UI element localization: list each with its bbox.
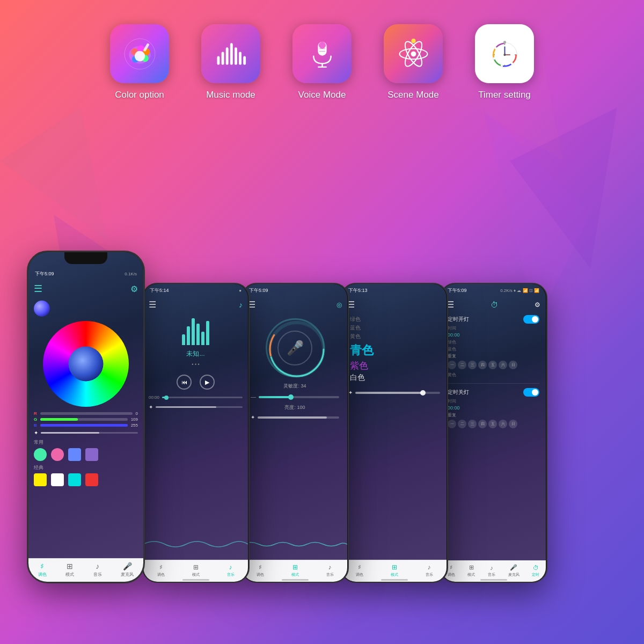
color-option-wrapper[interactable]: Color option (110, 24, 169, 100)
preset-color-1[interactable] (34, 448, 47, 461)
scene-color-blue[interactable]: 蓝色 (350, 324, 438, 332)
nav-color-4[interactable]: ♯ 调色 (356, 564, 363, 577)
timer-setting-icon[interactable] (475, 24, 534, 83)
phone-5-timer-icon[interactable]: ⏱ (491, 301, 498, 309)
timer-on-toggle[interactable] (523, 315, 539, 324)
classic-color-3[interactable] (68, 473, 81, 486)
nav-color-label-2: 调色 (157, 572, 165, 577)
timer-setting-wrapper[interactable]: Timer setting (475, 24, 534, 100)
weekday-1[interactable]: 一 (448, 361, 456, 369)
timer-off-toggle[interactable] (523, 388, 539, 397)
classic-color-1[interactable] (34, 473, 47, 486)
nav-color-5[interactable]: ♯ 调色 (448, 564, 455, 577)
phone-voice-mode: 下午5:09 ☰ ◎ 🎤 (241, 283, 349, 583)
svg-point-45 (503, 54, 506, 56)
nav-mode-1[interactable]: ⊞ 模式 (65, 562, 74, 577)
scene-color-green[interactable]: 绿色 (350, 316, 438, 323)
color-wheel[interactable] (43, 321, 129, 407)
nav-color-2[interactable]: ♯ 调色 (157, 564, 165, 577)
time-section-label: 时间 (448, 325, 539, 331)
nav-mode-3[interactable]: ⊞ 模式 (291, 564, 299, 577)
svg-rect-46 (503, 41, 506, 43)
weekday-off-6[interactable]: 六 (499, 420, 507, 428)
nav-timer-5[interactable]: ⏱ 定时 (532, 565, 539, 577)
brightness-slider-3[interactable] (258, 416, 339, 419)
weekday-7[interactable]: 日 (509, 361, 517, 369)
weekday-off-1[interactable]: 一 (448, 420, 456, 428)
voice-mode-wrapper[interactable]: Voice Mode (292, 24, 352, 100)
scene-mode-icon[interactable] (384, 24, 443, 83)
scene-color-purple[interactable]: 紫色 (350, 360, 438, 372)
weekday-off-4[interactable]: 四 (478, 420, 487, 428)
nav-mode-label-3: 模式 (291, 572, 299, 577)
music-mode-icon[interactable] (201, 24, 260, 83)
weekday-2[interactable]: 二 (458, 361, 466, 369)
scene-color-cyan[interactable]: 青色 (350, 342, 438, 358)
nav-music-label-2: 音乐 (227, 572, 235, 577)
preset-color-2[interactable] (51, 448, 64, 461)
nav-music-4[interactable]: ♪ 音乐 (426, 564, 433, 577)
repeat-label-off: 重复 (448, 412, 539, 418)
weekday-off-7[interactable]: 日 (509, 420, 517, 428)
play-button[interactable]: ▶ (200, 375, 215, 390)
classic-color-4[interactable] (85, 473, 98, 486)
phone-3-status-bar: 下午5:09 (243, 284, 347, 296)
phone-3-header: ☰ ◎ (243, 296, 347, 313)
phone-3-mode-icon[interactable]: ◎ (336, 301, 342, 309)
nav-mode-2[interactable]: ⊞ 模式 (192, 564, 200, 577)
voice-mode-icon[interactable] (292, 24, 352, 83)
brightness-slider-1[interactable] (41, 432, 138, 434)
b-slider[interactable] (40, 424, 128, 427)
preset-color-3[interactable] (68, 448, 81, 461)
progress-bar[interactable] (162, 397, 243, 398)
brightness-slider-2[interactable] (156, 406, 243, 408)
presets-classic-label: 经典 (34, 464, 138, 471)
phone-3-bottom-nav: ♯ 调色 ⊞ 模式 ♪ 音乐 (243, 560, 347, 582)
nav-mic-1[interactable]: 🎤 麦克风 (121, 562, 134, 577)
timer-on-section: 定时开灯 时间 00:00 绿色 蓝色 重复 一 二 三 四 (441, 313, 546, 381)
waveform-display (143, 536, 248, 552)
weekday-off-3[interactable]: 三 (468, 420, 477, 428)
r-slider[interactable] (40, 412, 133, 415)
weekday-6[interactable]: 六 (499, 361, 507, 369)
phone-2-menu-icon[interactable]: ☰ (149, 299, 156, 310)
phone-5-settings-icon[interactable]: ⚙ (535, 301, 540, 309)
color-option-icon[interactable] (110, 24, 169, 83)
phone-1-sliders-icon[interactable]: ⚙ (130, 284, 138, 294)
scene-color-white[interactable]: 白色 (350, 373, 438, 383)
svg-rect-15 (217, 56, 219, 64)
weekday-3[interactable]: 三 (468, 361, 477, 369)
nav-music-3[interactable]: ♪ 音乐 (326, 564, 334, 577)
classic-color-2[interactable] (51, 473, 64, 486)
prev-button[interactable]: ⏮ (177, 375, 192, 390)
scene-colors-list: 绿色 蓝色 黄色 青色 紫色 白色 (342, 313, 447, 390)
timer-off-time: 00:00 (448, 405, 539, 411)
sensitivity-slider[interactable] (259, 396, 339, 398)
nav-mode-5[interactable]: ⊞ 模式 (467, 564, 475, 577)
nav-mic-5[interactable]: 🎤 麦克风 (508, 564, 519, 577)
nav-color-3[interactable]: ♯ 调色 (257, 564, 264, 577)
preset-color-4[interactable] (85, 448, 98, 461)
scene-mode-wrapper[interactable]: Scene Mode (384, 24, 443, 100)
nav-color-1[interactable]: ♯ 调色 (38, 562, 47, 577)
weekday-4[interactable]: 四 (478, 361, 487, 369)
weekday-off-5[interactable]: 五 (488, 420, 497, 428)
scene-brightness-slider[interactable] (355, 392, 440, 394)
music-mode-wrapper[interactable]: Music mode (201, 24, 260, 100)
phone-2-bottom-nav: ♯ 调色 ⊞ 模式 ♪ 音乐 (143, 560, 248, 582)
scene-color-yellow[interactable]: 黄色 (350, 333, 438, 340)
phone-2-time: 下午5:14 (150, 287, 169, 294)
svg-point-13 (134, 50, 145, 61)
g-slider[interactable] (40, 418, 128, 421)
nav-music-2[interactable]: ♪ 音乐 (227, 564, 235, 577)
phone-2-status-bar: 下午5:14 ● (143, 284, 248, 296)
phone-1-menu-icon[interactable]: ☰ (34, 283, 42, 295)
nav-music-1[interactable]: ♪ 音乐 (93, 562, 102, 577)
weekday-off-2[interactable]: 二 (458, 420, 466, 428)
phone-timer-setting: 下午5:09 0.2K/s ♦ ☁ 📶 ⊡ 📶 ☰ ⏱ ⚙ 定时开灯 (440, 283, 547, 583)
phone-2-music-icon[interactable]: ♪ (239, 301, 243, 309)
weekday-5[interactable]: 五 (488, 361, 497, 369)
nav-music-5[interactable]: ♪ 音乐 (488, 565, 495, 577)
color-preview-ball[interactable] (34, 301, 50, 317)
nav-mode-4[interactable]: ⊞ 模式 (391, 564, 398, 577)
